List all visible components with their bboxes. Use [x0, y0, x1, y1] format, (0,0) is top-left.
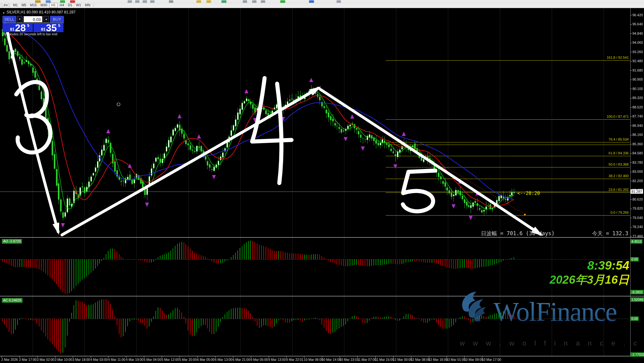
candle-chart-icon[interactable] — [135, 0, 139, 3]
ao-max-badge: 4.4513 — [631, 239, 642, 244]
price-tick-label: 78.240 — [632, 225, 643, 229]
collapse-arrow-icon[interactable]: ▲ — [3, 11, 5, 14]
buy-price-prefix: 81 — [41, 27, 45, 32]
chart-shift-icon[interactable] — [150, 0, 155, 3]
time-tick-label: 4 Mar 11:00 — [108, 358, 125, 361]
price-tick-label: 93.260 — [632, 50, 643, 54]
bar-chart-icon[interactable] — [128, 0, 132, 3]
price-tick-label: 84.580 — [632, 151, 643, 155]
autotrade-icon[interactable] — [60, 0, 65, 3]
tile-windows-icon[interactable] — [221, 0, 226, 3]
fibonacci-level-label: 38.2 / 82.400 — [579, 174, 629, 178]
sell-price-display[interactable]: 81 28 5 — [3, 23, 33, 32]
price-tick-label: 79.040 — [632, 216, 643, 220]
mt4-window: WolFinance w w w . w o l f i n a n c e .… — [0, 0, 644, 363]
buy-price-display[interactable]: 81 35 5 — [33, 23, 63, 32]
time-tick-label: 13 Mar 01:00 — [446, 358, 466, 361]
time-tick-label: 12 Mar 00:00 — [393, 358, 412, 361]
time-tick-label: 2 Mar 2026 — [1, 358, 18, 361]
fibonacci-level-label: 100.0 / 87.471 — [579, 115, 629, 118]
chevron-down-icon[interactable]: ▾ — [6, 3, 8, 7]
fibonacci-level-label: 50.0 / 83.368 — [579, 162, 629, 166]
globe-icon[interactable] — [309, 0, 314, 3]
timeframe-mn[interactable]: MN — [83, 3, 92, 7]
chart-mode-icon[interactable]: ⇵ — [3, 3, 6, 7]
indicator-canvas[interactable] — [0, 0, 644, 363]
sell-price-pip: 5 — [27, 23, 29, 28]
ao-indicator-label: AO -2.8729 — [2, 239, 22, 244]
timeframe-m1[interactable]: M1 — [11, 3, 19, 7]
sell-button[interactable]: SELL — [3, 16, 16, 22]
current-price-badge: 81.287 — [631, 189, 643, 194]
price-tick-label: 88.520 — [632, 105, 643, 109]
time-tick-label: 11 Mar 07:00 — [357, 358, 376, 361]
price-tick-label: 87.740 — [632, 114, 643, 118]
price-tick-label: 79.820 — [632, 206, 643, 210]
price-tick-label: 94.840 — [632, 32, 643, 35]
toolbar-separator — [94, 3, 94, 7]
time-tick-label: 3 Mar 18:00 — [73, 358, 90, 361]
time-tick-label: 10 Mar 06:00 — [304, 358, 323, 361]
fibonacci-level-label: 0.0 / 79.266 — [579, 211, 629, 214]
add-indicator-icon[interactable] — [280, 0, 285, 3]
volume-increase-button[interactable]: ▲ — [43, 16, 49, 22]
time-tick-label: 10 Mar 14:00 — [322, 358, 341, 361]
volume-decrease-button[interactable]: ▼ — [17, 16, 23, 22]
price-tick-label: 82.200 — [632, 179, 643, 183]
time-tick-label: 3 Mar 10:00 — [55, 358, 72, 361]
timeframe-m15[interactable]: M15 — [28, 3, 38, 7]
timeframe-m5[interactable]: M5 — [20, 3, 28, 7]
fibonacci-level-label: 161.8 / 92.541 — [579, 56, 629, 59]
price-axis[interactable]: 96.42095.64094.84094.06093.26092.48091.6… — [630, 8, 644, 356]
toolbar-grip[interactable] — [1, 3, 3, 7]
price-tick-label: 92.480 — [632, 59, 643, 63]
time-tick-label: 11 Mar 15:00 — [375, 358, 394, 361]
volume-input[interactable]: 0.03 — [23, 16, 43, 22]
symbol-title: ▲SILVER,H1 80.090 81.410 80.087 81.287 — [3, 10, 76, 14]
buy-button[interactable]: BUY — [50, 16, 64, 22]
fibonacci-level-label: 61.8 / 84.336 — [579, 151, 629, 155]
ao-zero-badge: 0.00 — [631, 257, 639, 261]
price-tick-label: 90.100 — [632, 87, 643, 91]
timeframe-m30[interactable]: M30 — [39, 3, 48, 7]
symbol-ohlc-text: SILVER,H1 80.090 81.410 80.087 81.287 — [7, 10, 76, 14]
timeframe-h1[interactable]: H1 — [49, 3, 58, 8]
zoom-out-icon[interactable] — [206, 0, 211, 3]
time-tick-label: 9 Mar 13:00 — [268, 358, 286, 361]
stop-icon[interactable] — [70, 0, 75, 3]
time-tick-label: 2 Mar 17:00 — [19, 358, 37, 361]
price-tick-label: 96.420 — [632, 13, 643, 17]
trendline-icon[interactable] — [252, 0, 256, 3]
buy-price-big: 35 — [46, 22, 57, 34]
timeframe-toolbar: ⇵ ▾ M1M5M15M30H1H4D1W1MN — [0, 3, 95, 8]
time-tick-label: 13 Mar 09:00 — [464, 358, 483, 361]
sell-price-prefix: 81 — [10, 27, 14, 32]
toolbar: ⇵ ▾ M1M5M15M30H1H4D1W1MN — [0, 0, 644, 8]
timeframe-h4[interactable]: H4 — [58, 3, 66, 7]
new-order-icon[interactable] — [35, 0, 41, 3]
price-tick-label: 86.940 — [632, 124, 643, 127]
price-tick-label: 95.640 — [632, 22, 643, 26]
daily-range-text: 日波幅 = 701.6 (30 days) — [481, 230, 555, 237]
time-tick-label: 3 Mar 02:00 — [37, 358, 54, 361]
fibonacci-icon[interactable] — [261, 0, 265, 3]
autoscroll-icon[interactable] — [169, 0, 173, 3]
today-range-text: 今天 = 132.3 — [592, 230, 628, 237]
time-tick-label: 6 Mar 05:00 — [197, 358, 215, 361]
price-tick-label: 86.160 — [632, 133, 643, 137]
timeframe-d1[interactable]: D1 — [66, 3, 74, 7]
chart-window-icon[interactable] — [46, 0, 51, 3]
ac-indicator-label: AC 0.24625 — [2, 298, 23, 303]
time-tick-label: 9 Mar 05:00 — [251, 358, 268, 361]
timeframe-buttons: M1M5M15M30H1H4D1W1MN — [11, 3, 92, 8]
time-axis[interactable]: 2 Mar 20262 Mar 17:003 Mar 02:003 Mar 10… — [0, 356, 644, 363]
price-tick-label: 94.060 — [632, 41, 643, 44]
zoom-in-icon[interactable] — [196, 0, 201, 3]
template-icon[interactable] — [337, 0, 341, 3]
crosshair-icon[interactable] — [243, 0, 247, 3]
time-tick-label: 5 Mar 04:00 — [144, 358, 161, 361]
price-tick-label: 85.360 — [632, 142, 643, 146]
line-chart-icon[interactable] — [143, 0, 147, 3]
time-tick-label: 6 Mar 21:00 — [233, 358, 250, 361]
timeframe-w1[interactable]: W1 — [74, 3, 83, 7]
